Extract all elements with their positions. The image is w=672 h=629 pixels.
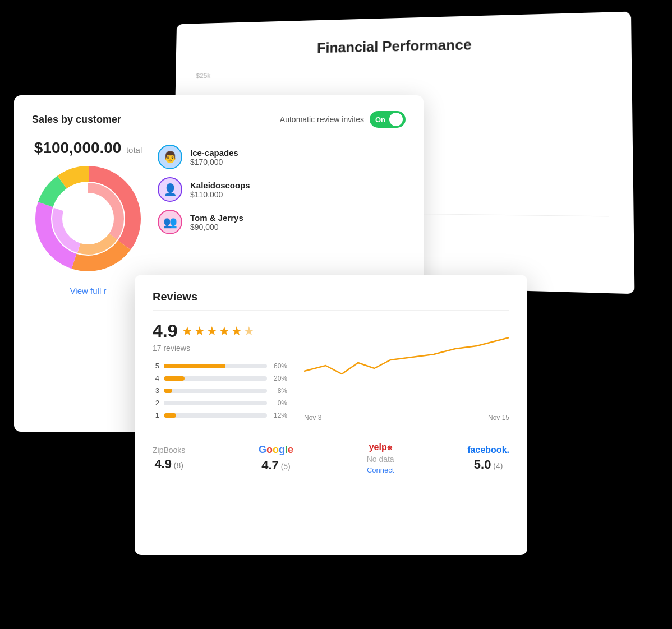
auto-review-toggle[interactable]: On (370, 111, 406, 128)
bar-label: 5 (153, 362, 159, 370)
reviews-card-title: Reviews (153, 290, 509, 311)
star-5: ★ (231, 324, 242, 339)
zipbooks-label: ZipBooks (153, 446, 185, 455)
platform-zipbooks: ZipBooks 4.9 (8) (153, 446, 185, 471)
chart-start: Nov 3 (304, 414, 321, 422)
customer-amount: $110,000 (190, 190, 406, 199)
bar-track (164, 364, 267, 368)
chart-dates: Nov 3 Nov 15 (304, 414, 509, 422)
facebook-label: facebook. (467, 445, 509, 455)
facebook-score: 5.0 (4) (474, 457, 503, 472)
rating-bars: 5 60% 4 20% 3 8% 2 0% 1 12% (153, 362, 287, 419)
yelp-label: yelp❊ (369, 442, 392, 452)
bar-label: 2 (153, 399, 159, 407)
customer-amount: $170,000 (190, 158, 406, 166)
financial-title: Financial Performance (196, 33, 607, 59)
view-full-link[interactable]: View full r (70, 286, 107, 295)
line-chart (304, 321, 509, 410)
rating-bar-row: 5 60% (153, 362, 287, 370)
bar-pct: 20% (271, 374, 287, 382)
star-4: ★ (219, 324, 230, 339)
bar-pct: 12% (271, 411, 287, 419)
total-amount: $100,000.00 total (34, 139, 142, 157)
rating-big: 4.9 ★ ★ ★ ★ ★ ★ (153, 321, 287, 341)
customer-name: Ice-capades (190, 148, 406, 158)
customer-avatar: 👤 (158, 177, 182, 202)
bar-pct: 60% (271, 362, 287, 370)
star-6: ★ (243, 324, 255, 339)
platform-yelp: yelp❊ No data Connect (367, 442, 394, 474)
rating-number: 4.9 (153, 321, 177, 341)
bar-label: 3 (153, 386, 159, 395)
reviews-right: Nov 3 Nov 15 (304, 321, 509, 422)
customer-info: Kaleidoscoops $110,000 (190, 181, 406, 199)
bar-pct: 8% (271, 387, 287, 395)
reviews-card: Reviews 4.9 ★ ★ ★ ★ ★ ★ 17 reviews 5 60%… (135, 275, 527, 555)
donut-section: $100,000.00 total (32, 139, 144, 295)
customers-list: 👨 Ice-capades $170,000 👤 Kaleidoscoops $… (158, 139, 406, 295)
yelp-nodata: No data (367, 455, 394, 464)
bar-pct: 0% (271, 399, 287, 407)
auto-review-label: Automatic review invites (280, 115, 364, 124)
toggle-state: On (375, 115, 385, 124)
bar-fill (164, 413, 176, 418)
star-1: ★ (182, 324, 193, 339)
bar-track (164, 388, 267, 393)
google-score: 4.7 (5) (261, 458, 291, 473)
rating-bar-row: 1 12% (153, 411, 287, 419)
customer-info: Ice-capades $170,000 (190, 148, 406, 166)
reviews-main: 4.9 ★ ★ ★ ★ ★ ★ 17 reviews 5 60% 4 20% 3 (153, 321, 509, 422)
bar-track (164, 413, 267, 418)
bar-fill (164, 388, 172, 393)
platform-ratings: ZipBooks 4.9 (8) Google 4.7 (5) yelp❊ No… (153, 433, 509, 474)
customer-info: Tom & Jerrys $90,000 (190, 213, 406, 232)
zipbooks-score: 4.9 (8) (154, 457, 183, 471)
sales-card-header: Sales by customer Automatic review invit… (32, 111, 406, 128)
donut-chart (32, 163, 144, 275)
customer-amount: $90,000 (190, 223, 406, 232)
y-axis-label: $25k (196, 72, 210, 80)
customer-item: 👨 Ice-capades $170,000 (158, 145, 406, 169)
stars: ★ ★ ★ ★ ★ ★ (182, 324, 255, 339)
bar-track (164, 401, 267, 405)
bar-label: 1 (153, 411, 159, 419)
sales-card-body: $100,000.00 total (32, 139, 406, 295)
sales-card-title: Sales by customer (32, 114, 121, 126)
toggle-circle (389, 113, 403, 126)
customer-name: Tom & Jerrys (190, 213, 406, 223)
reviews-left: 4.9 ★ ★ ★ ★ ★ ★ 17 reviews 5 60% 4 20% 3 (153, 321, 287, 422)
star-3: ★ (206, 324, 218, 339)
customer-avatar: 👨 (158, 145, 182, 169)
platform-facebook: facebook. 5.0 (4) (467, 445, 509, 472)
rating-bar-row: 4 20% (153, 374, 287, 382)
yelp-connect[interactable]: Connect (367, 466, 394, 474)
customer-item: 👤 Kaleidoscoops $110,000 (158, 177, 406, 202)
chart-end: Nov 15 (488, 414, 509, 422)
google-label: Google (259, 444, 293, 456)
platform-google: Google 4.7 (5) (259, 444, 293, 473)
svg-point-8 (67, 197, 109, 240)
star-2: ★ (194, 324, 205, 339)
bar-track (164, 376, 267, 381)
bar-label: 4 (153, 374, 159, 382)
bar-fill (164, 376, 185, 381)
customer-item: 👥 Tom & Jerrys $90,000 (158, 210, 406, 234)
customer-avatar: 👥 (158, 210, 182, 234)
reviews-count: 17 reviews (153, 344, 287, 353)
rating-bar-row: 3 8% (153, 386, 287, 395)
bar-fill (164, 364, 225, 368)
rating-bar-row: 2 0% (153, 399, 287, 407)
customer-name: Kaleidoscoops (190, 181, 406, 190)
auto-review-section: Automatic review invites On (280, 111, 406, 128)
